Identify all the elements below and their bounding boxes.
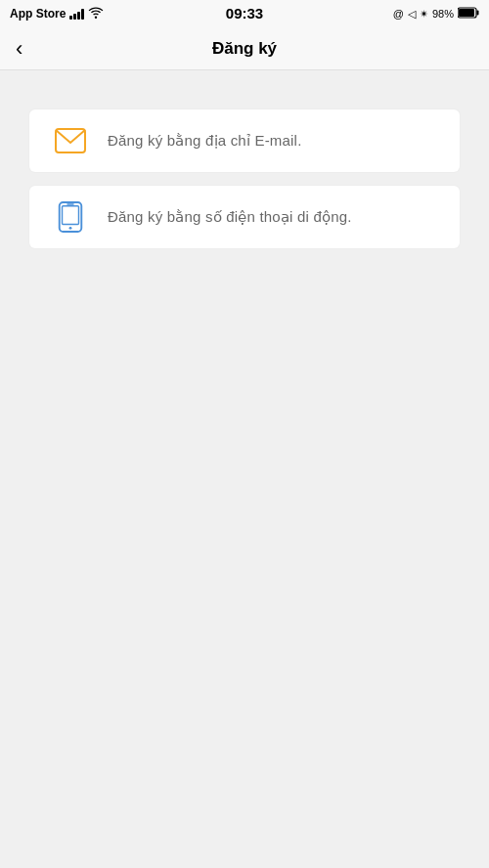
phone-icon: [49, 195, 92, 239]
status-time: 09:33: [226, 5, 263, 22]
bluetooth-icon: ✴: [420, 8, 428, 21]
back-button[interactable]: ‹: [16, 38, 22, 60]
signal-bars: [69, 8, 84, 20]
svg-rect-7: [67, 203, 74, 204]
nav-title: Đăng ký: [212, 39, 277, 59]
svg-rect-1: [477, 11, 479, 16]
email-option-card[interactable]: Đăng ký bằng địa chỉ E-mail.: [29, 109, 460, 172]
battery-icon: [458, 7, 479, 21]
svg-rect-5: [63, 206, 79, 225]
nav-bar: ‹ Đăng ký: [0, 27, 489, 70]
wifi-icon: [88, 7, 104, 22]
status-left: App Store: [10, 7, 104, 22]
svg-rect-2: [459, 9, 474, 17]
email-option-label: Đăng ký bằng địa chỉ E-mail.: [108, 132, 302, 150]
svg-point-6: [69, 227, 72, 230]
status-bar: App Store 09:33 @ ◁ ✴ 98%: [0, 0, 489, 27]
phone-option-card[interactable]: Đăng ký bằng số điện thoại di động.: [29, 186, 460, 248]
location-icon: ◁: [408, 8, 416, 21]
at-icon: @: [393, 8, 404, 20]
phone-option-label: Đăng ký bằng số điện thoại di động.: [108, 208, 352, 226]
app-store-label: App Store: [10, 7, 66, 21]
status-right: @ ◁ ✴ 98%: [393, 7, 479, 21]
main-content: Đăng ký bằng địa chỉ E-mail. Đăng ký bằn…: [0, 70, 489, 248]
email-icon: [49, 119, 92, 162]
battery-level: 98%: [432, 8, 454, 20]
